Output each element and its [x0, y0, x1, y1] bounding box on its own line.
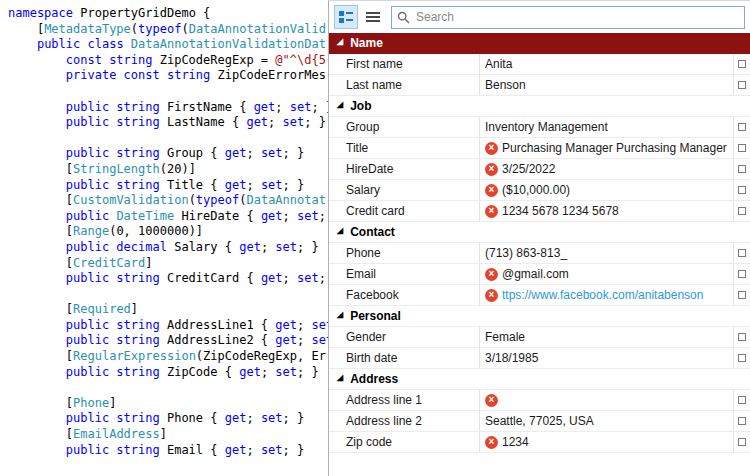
property-name: Group: [329, 117, 480, 137]
advanced-options-button[interactable]: [734, 138, 750, 158]
property-value-text: 1234 5678 1234 5678: [502, 204, 619, 218]
property-grid-body: ◢ Name First name Anita Last name Benson…: [329, 33, 750, 453]
property-value-text: Female: [485, 330, 525, 344]
error-icon: ×: [485, 163, 498, 176]
error-icon: ×: [485, 289, 498, 302]
advanced-options-button[interactable]: [734, 411, 750, 431]
square-icon: [738, 438, 746, 446]
property-value-text: @gmail.com: [502, 267, 569, 281]
property-value-cell[interactable]: × ttps://www.facebook.com/anitabenson: [480, 285, 734, 305]
expander-icon: ◢: [337, 101, 343, 109]
advanced-options-button[interactable]: [734, 432, 750, 452]
property-row-gender[interactable]: Gender Female: [329, 327, 750, 348]
category-label: Contact: [350, 225, 395, 239]
category-label: Job: [350, 99, 371, 113]
property-value-text: Purchasing Manager Purchasing Manager: [502, 141, 727, 155]
square-icon: [738, 270, 746, 278]
property-value-cell[interactable]: ×: [480, 390, 734, 410]
property-value-cell[interactable]: Benson: [480, 75, 734, 95]
categorized-view-button[interactable]: [334, 5, 358, 29]
expander-icon: ◢: [337, 311, 343, 319]
square-icon: [738, 354, 746, 362]
advanced-options-button[interactable]: [734, 327, 750, 347]
property-name: Gender: [329, 327, 480, 347]
advanced-options-button[interactable]: [734, 285, 750, 305]
advanced-options-button[interactable]: [734, 264, 750, 284]
advanced-options-button[interactable]: [734, 390, 750, 410]
error-icon: ×: [485, 184, 498, 197]
category-header-name[interactable]: ◢ Name: [329, 33, 750, 54]
property-value-text: Inventory Management: [485, 120, 608, 134]
property-row-birth-date[interactable]: Birth date 3/18/1985: [329, 348, 750, 369]
expander-icon: ◢: [337, 374, 343, 382]
category-header-job[interactable]: ◢ Job: [329, 96, 750, 117]
property-row-hiredate[interactable]: HireDate × 3/25/2022: [329, 159, 750, 180]
property-value-cell[interactable]: Anita: [480, 54, 734, 74]
property-name: Title: [329, 138, 480, 158]
property-name: Phone: [329, 243, 480, 263]
property-name: Birth date: [329, 348, 480, 368]
category-header-personal[interactable]: ◢ Personal: [329, 306, 750, 327]
property-value-text: ($10,000.00): [502, 183, 570, 197]
expander-icon: ◢: [337, 38, 343, 46]
property-name: Address line 1: [329, 390, 480, 410]
property-row-salary[interactable]: Salary × ($10,000.00): [329, 180, 750, 201]
property-grid-toolbar: [329, 1, 750, 33]
property-value-cell[interactable]: 3/18/1985: [480, 348, 734, 368]
property-name: First name: [329, 54, 480, 74]
property-value-cell[interactable]: × ($10,000.00): [480, 180, 734, 200]
property-row-address-line-2[interactable]: Address line 2 Seattle, 77025, USA: [329, 411, 750, 432]
property-value-cell[interactable]: Seattle, 77025, USA: [480, 411, 734, 431]
advanced-options-button[interactable]: [734, 348, 750, 368]
advanced-options-button[interactable]: [734, 75, 750, 95]
property-value-cell[interactable]: × 1234: [480, 432, 734, 452]
square-icon: [738, 165, 746, 173]
list-view-icon: [365, 9, 381, 25]
property-value-cell[interactable]: Inventory Management: [480, 117, 734, 137]
property-value-cell[interactable]: × 3/25/2022: [480, 159, 734, 179]
property-row-email[interactable]: Email × @gmail.com: [329, 264, 750, 285]
property-value-cell[interactable]: (713) 863-813_: [480, 243, 734, 263]
property-value-text: 3/25/2022: [502, 162, 555, 176]
property-row-facebook[interactable]: Facebook × ttps://www.facebook.com/anita…: [329, 285, 750, 306]
property-name: Email: [329, 264, 480, 284]
property-name: Last name: [329, 75, 480, 95]
property-name: Credit card: [329, 201, 480, 221]
property-value-cell[interactable]: Female: [480, 327, 734, 347]
property-row-group[interactable]: Group Inventory Management: [329, 117, 750, 138]
category-header-contact[interactable]: ◢ Contact: [329, 222, 750, 243]
square-icon: [738, 123, 746, 131]
alphabetical-view-button[interactable]: [361, 5, 385, 29]
advanced-options-button[interactable]: [734, 159, 750, 179]
advanced-options-button[interactable]: [734, 54, 750, 74]
property-value-cell[interactable]: × @gmail.com: [480, 264, 734, 284]
property-value-text: Benson: [485, 78, 526, 92]
square-icon: [738, 249, 746, 257]
property-name: HireDate: [329, 159, 480, 179]
property-name: Address line 2: [329, 411, 480, 431]
advanced-options-button[interactable]: [734, 201, 750, 221]
categorized-view-icon: [338, 9, 354, 25]
property-value-text: 3/18/1985: [485, 351, 538, 365]
property-row-credit-card[interactable]: Credit card × 1234 5678 1234 5678: [329, 201, 750, 222]
error-icon: ×: [485, 436, 498, 449]
square-icon: [738, 333, 746, 341]
advanced-options-button[interactable]: [734, 180, 750, 200]
property-row-first-name[interactable]: First name Anita: [329, 54, 750, 75]
property-row-zip-code[interactable]: Zip code × 1234: [329, 432, 750, 453]
category-header-address[interactable]: ◢ Address: [329, 369, 750, 390]
advanced-options-button[interactable]: [734, 117, 750, 137]
property-row-title[interactable]: Title × Purchasing Manager Purchasing Ma…: [329, 138, 750, 159]
expander-icon: ◢: [337, 227, 343, 235]
error-icon: ×: [485, 268, 498, 281]
property-value-cell[interactable]: × Purchasing Manager Purchasing Manager: [480, 138, 734, 158]
search-input[interactable]: [416, 10, 739, 24]
category-label: Address: [350, 372, 398, 386]
property-value-cell[interactable]: × 1234 5678 1234 5678: [480, 201, 734, 221]
search-box[interactable]: [391, 6, 745, 29]
error-icon: ×: [485, 205, 498, 218]
advanced-options-button[interactable]: [734, 243, 750, 263]
property-row-last-name[interactable]: Last name Benson: [329, 75, 750, 96]
property-row-address-line-1[interactable]: Address line 1 ×: [329, 390, 750, 411]
property-row-phone[interactable]: Phone (713) 863-813_: [329, 243, 750, 264]
